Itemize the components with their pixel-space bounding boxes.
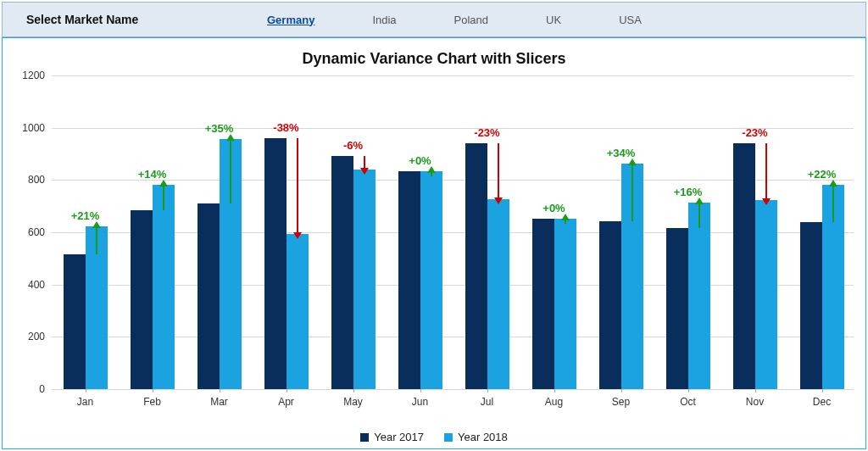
bar-2018 bbox=[487, 199, 509, 389]
legend-item-2018: Year 2018 bbox=[444, 431, 508, 443]
plot-area: +21%Jan+14%Feb+35%Mar-38%Apr-6%May+0%Jun… bbox=[52, 75, 854, 389]
y-axis: 020040060080010001200 bbox=[11, 75, 45, 389]
bar-2018 bbox=[420, 171, 442, 389]
slicer-item-germany[interactable]: Germany bbox=[264, 12, 318, 28]
variance-label: +14% bbox=[124, 168, 181, 181]
category-aug: +0%Aug bbox=[526, 75, 583, 389]
category-sep: +34%Sep bbox=[593, 75, 650, 389]
legend-label: Year 2018 bbox=[458, 431, 508, 443]
category-jan: +21%Jan bbox=[57, 75, 114, 389]
bar-2017 bbox=[398, 171, 420, 389]
x-tick-label: Oct bbox=[659, 396, 717, 408]
up-arrow-icon bbox=[163, 185, 164, 210]
slicer-item-uk[interactable]: UK bbox=[542, 12, 565, 28]
bar-2017 bbox=[599, 221, 621, 389]
x-tick bbox=[554, 389, 555, 393]
y-tick-label: 0 bbox=[11, 383, 45, 395]
bar-2018 bbox=[688, 203, 710, 389]
slicer-items: GermanyIndiaPolandUKUSA bbox=[264, 12, 865, 28]
legend-swatch-icon bbox=[444, 433, 453, 442]
x-tick-label: Sep bbox=[593, 396, 650, 408]
legend-item-2017: Year 2017 bbox=[360, 431, 424, 443]
up-arrow-icon bbox=[698, 203, 700, 228]
slicer-label: Select Market Name bbox=[26, 13, 264, 26]
y-tick-label: 1200 bbox=[11, 70, 45, 81]
variance-label: -6% bbox=[325, 139, 382, 152]
category-may: -6%May bbox=[325, 75, 382, 389]
x-tick bbox=[420, 389, 421, 393]
variance-label: +0% bbox=[526, 202, 583, 214]
slicer-item-poland[interactable]: Poland bbox=[451, 12, 492, 28]
x-tick-label: Dec bbox=[793, 396, 851, 408]
bar-2017 bbox=[198, 203, 220, 389]
x-tick bbox=[220, 389, 220, 393]
category-nov: -23%Nov bbox=[726, 75, 784, 389]
up-arrow-icon bbox=[230, 139, 231, 203]
category-feb: +14%Feb bbox=[124, 75, 181, 389]
chart-panel: Dynamic Variance Chart with Slicers 0200… bbox=[2, 37, 866, 449]
variance-label: -23% bbox=[726, 126, 784, 139]
x-tick-label: Jan bbox=[57, 396, 114, 408]
x-tick bbox=[688, 389, 689, 393]
variance-label: +16% bbox=[659, 186, 717, 198]
category-mar: +35%Mar bbox=[191, 75, 248, 389]
x-tick bbox=[86, 389, 86, 393]
bar-2017 bbox=[331, 156, 353, 389]
y-tick-label: 400 bbox=[11, 279, 45, 291]
variance-label: +22% bbox=[793, 168, 851, 181]
category-jul: -23%Jul bbox=[459, 75, 516, 389]
x-tick-label: Apr bbox=[258, 396, 315, 408]
bar-2017 bbox=[532, 219, 554, 389]
bar-2018 bbox=[153, 185, 175, 389]
bar-2017 bbox=[131, 210, 153, 389]
down-arrow-icon bbox=[498, 143, 499, 200]
x-tick bbox=[287, 389, 287, 393]
bar-2017 bbox=[666, 228, 688, 389]
variance-label: +34% bbox=[593, 147, 650, 159]
x-tick bbox=[822, 389, 823, 393]
category-oct: +16%Oct bbox=[659, 75, 717, 389]
x-tick bbox=[353, 389, 354, 393]
y-tick-label: 800 bbox=[11, 174, 45, 186]
slicer-item-usa[interactable]: USA bbox=[615, 12, 645, 28]
down-arrow-icon bbox=[765, 143, 767, 200]
gridline bbox=[52, 389, 854, 390]
x-tick-label: Nov bbox=[726, 396, 784, 408]
x-tick-label: Jun bbox=[392, 396, 449, 408]
bar-2017 bbox=[64, 254, 86, 389]
y-tick-label: 200 bbox=[11, 331, 45, 342]
bar-2018 bbox=[755, 200, 777, 389]
bar-2017 bbox=[800, 222, 822, 389]
up-arrow-icon bbox=[565, 219, 566, 224]
variance-label: +35% bbox=[191, 122, 248, 135]
variance-label: -23% bbox=[459, 126, 516, 139]
x-tick-label: May bbox=[325, 396, 382, 408]
slicer-item-india[interactable]: India bbox=[369, 12, 399, 28]
x-tick-label: Aug bbox=[526, 396, 583, 408]
bar-2018 bbox=[353, 170, 376, 389]
x-tick bbox=[153, 389, 153, 393]
x-tick bbox=[621, 389, 622, 393]
legend: Year 2017 Year 2018 bbox=[3, 431, 865, 443]
x-tick bbox=[755, 389, 756, 393]
legend-swatch-icon bbox=[360, 433, 369, 442]
up-arrow-icon bbox=[96, 226, 97, 254]
bar-2018 bbox=[287, 234, 309, 389]
x-tick-label: Mar bbox=[191, 396, 248, 408]
x-tick-label: Jul bbox=[459, 396, 516, 408]
down-arrow-icon bbox=[364, 156, 365, 170]
bar-2017 bbox=[465, 143, 487, 389]
legend-label: Year 2017 bbox=[374, 431, 424, 443]
slicer-bar: Select Market Name GermanyIndiaPolandUKU… bbox=[2, 2, 866, 37]
category-jun: +0%Jun bbox=[392, 75, 449, 389]
variance-label: -38% bbox=[258, 121, 315, 134]
variance-label: +0% bbox=[392, 154, 449, 167]
category-dec: +22%Dec bbox=[793, 75, 851, 389]
bar-2018 bbox=[554, 219, 576, 389]
chart-title: Dynamic Variance Chart with Slicers bbox=[3, 50, 865, 68]
up-arrow-icon bbox=[632, 164, 633, 221]
variance-label: +21% bbox=[57, 209, 114, 222]
y-tick-label: 1000 bbox=[11, 122, 45, 134]
bar-2017 bbox=[733, 143, 755, 389]
x-tick-label: Feb bbox=[124, 396, 181, 408]
